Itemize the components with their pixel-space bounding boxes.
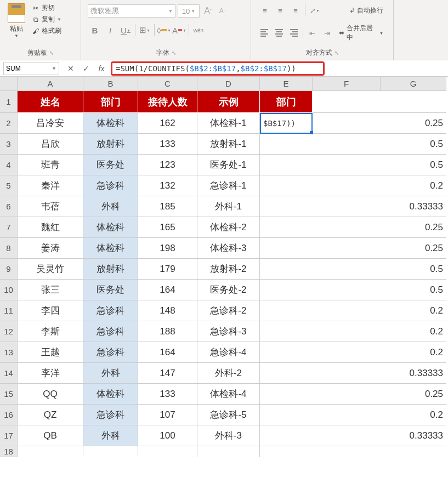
name-cell[interactable]: 韦蓓 <box>18 196 83 217</box>
increase-font-button[interactable]: Aˆ <box>202 4 214 18</box>
spreadsheet-grid[interactable]: ABCDEFG1姓名部门接待人数示例部门2吕冷安体检科162体检科-1$B$17… <box>0 77 448 457</box>
dept-cell[interactable]: 外科 <box>83 363 138 384</box>
empty-cell[interactable] <box>313 175 381 196</box>
example-cell[interactable]: 医务处-2 <box>197 280 260 300</box>
count-cell[interactable]: 198 <box>138 238 197 259</box>
font-color-button[interactable]: A ▼ <box>172 23 186 37</box>
name-cell[interactable]: QZ <box>18 405 83 425</box>
increase-indent-button[interactable]: ⇥ <box>320 26 334 39</box>
row-header[interactable]: 11 <box>0 300 18 321</box>
example-cell[interactable]: 急诊科-5 <box>197 405 260 425</box>
row-header[interactable]: 17 <box>0 425 18 446</box>
name-box[interactable]: SUM ▼ <box>3 62 59 75</box>
name-cell[interactable]: 吴灵竹 <box>18 259 83 280</box>
result-cell[interactable]: 0.2 <box>381 321 446 342</box>
name-cell[interactable]: 吕欣 <box>18 134 83 155</box>
count-cell[interactable]: 107 <box>138 405 197 425</box>
fill-color-button[interactable]: ◊ ▼ <box>157 23 171 37</box>
italic-button[interactable]: I <box>103 23 117 37</box>
name-cell[interactable]: 姜涛 <box>18 238 83 259</box>
result-cell[interactable]: 0.2 <box>381 342 446 363</box>
empty-cell[interactable] <box>260 342 313 363</box>
table-header-cell[interactable]: 部门 <box>83 91 138 113</box>
empty-cell[interactable] <box>260 155 313 175</box>
result-cell[interactable]: 0.5 <box>381 259 446 280</box>
dept-cell[interactable]: 急诊科 <box>83 300 138 321</box>
count-cell[interactable]: 185 <box>138 196 197 217</box>
empty-cell[interactable] <box>313 300 381 321</box>
row-header[interactable]: 3 <box>0 134 18 155</box>
align-center-button[interactable] <box>273 26 286 39</box>
empty-cell[interactable] <box>313 238 381 259</box>
empty-cell[interactable] <box>260 405 313 425</box>
name-cell[interactable]: 李洋 <box>18 363 83 384</box>
example-cell[interactable]: 外科-3 <box>197 425 260 446</box>
bold-button[interactable]: B <box>88 23 102 37</box>
example-cell[interactable]: 体检科-3 <box>197 238 260 259</box>
dept-cell[interactable]: 放射科 <box>83 134 138 155</box>
merge-center-button[interactable]: ⬌ 合并后居中 ▼ <box>336 22 387 43</box>
dept-cell[interactable]: 外科 <box>83 425 138 446</box>
empty-cell[interactable] <box>313 321 381 342</box>
row-header[interactable]: 1 <box>0 91 18 113</box>
empty-cell[interactable] <box>260 280 313 300</box>
result-cell[interactable]: 0.25 <box>381 113 446 134</box>
count-cell[interactable]: 179 <box>138 259 197 280</box>
example-cell[interactable]: 医务处-1 <box>197 155 260 175</box>
empty-cell[interactable] <box>260 217 313 238</box>
empty-cell[interactable] <box>260 259 313 280</box>
result-cell[interactable]: 0.33333 <box>381 196 446 217</box>
align-left-button[interactable] <box>258 26 271 39</box>
example-cell[interactable]: 体检科-4 <box>197 384 260 405</box>
result-cell[interactable]: 0.5 <box>381 134 446 155</box>
underline-button[interactable]: U▼ <box>118 23 133 37</box>
font-size-select[interactable]: 10 ▼ <box>178 4 200 18</box>
formula-bar[interactable]: =SUM(1/COUNTIFS($B$2:$B$17,$B$2:$B$17)) <box>111 61 325 76</box>
column-header[interactable]: B <box>83 77 138 91</box>
result-cell[interactable]: 0.33333 <box>381 363 446 384</box>
name-cell[interactable]: 秦洋 <box>18 175 83 196</box>
row-header[interactable]: 12 <box>0 321 18 342</box>
result-cell[interactable]: 0.2 <box>381 405 446 425</box>
paste-button[interactable]: 粘贴 ▼ <box>4 2 29 39</box>
empty-cell[interactable] <box>260 196 313 217</box>
count-cell[interactable]: 100 <box>138 425 197 446</box>
empty-cell[interactable] <box>313 363 381 384</box>
table-header-cell[interactable]: 姓名 <box>18 91 83 113</box>
row-header[interactable]: 9 <box>0 259 18 280</box>
empty-cell[interactable] <box>313 259 381 280</box>
border-button[interactable]: ⊞▼ <box>138 23 152 37</box>
column-header[interactable]: E <box>260 77 313 91</box>
dept-cell[interactable]: 体检科 <box>83 384 138 405</box>
align-middle-button[interactable]: ≡ <box>273 4 287 17</box>
row-header[interactable]: 4 <box>0 155 18 175</box>
row-header[interactable]: 13 <box>0 342 18 363</box>
empty-cell[interactable] <box>313 405 381 425</box>
name-cell[interactable]: 张三 <box>18 280 83 300</box>
dept-cell[interactable]: 急诊科 <box>83 321 138 342</box>
empty-cell[interactable] <box>260 446 313 457</box>
empty-cell[interactable] <box>313 217 381 238</box>
dept-cell[interactable]: 放射科 <box>83 259 138 280</box>
name-cell[interactable]: 李四 <box>18 300 83 321</box>
empty-cell[interactable] <box>260 425 313 446</box>
count-cell[interactable]: 188 <box>138 321 197 342</box>
name-cell[interactable]: QQ <box>18 384 83 405</box>
dept-cell[interactable]: 体检科 <box>83 217 138 238</box>
column-header[interactable]: D <box>197 77 260 91</box>
align-top-button[interactable]: ≡ <box>258 4 272 17</box>
result-cell[interactable]: 0.2 <box>381 175 446 196</box>
result-cell[interactable]: 0.25 <box>381 238 446 259</box>
row-header[interactable]: 7 <box>0 217 18 238</box>
dept-cell[interactable]: 体检科 <box>83 238 138 259</box>
empty-cell[interactable] <box>381 446 446 457</box>
column-header[interactable]: G <box>381 77 446 91</box>
empty-cell[interactable] <box>313 384 381 405</box>
empty-cell[interactable] <box>313 134 381 155</box>
align-bottom-button[interactable]: ≡ <box>288 4 303 17</box>
result-cell[interactable]: 0.2 <box>381 300 446 321</box>
example-cell[interactable]: 放射科-2 <box>197 259 260 280</box>
example-cell[interactable]: 外科-1 <box>197 196 260 217</box>
example-cell[interactable]: 急诊科-1 <box>197 175 260 196</box>
count-cell[interactable]: 133 <box>138 134 197 155</box>
